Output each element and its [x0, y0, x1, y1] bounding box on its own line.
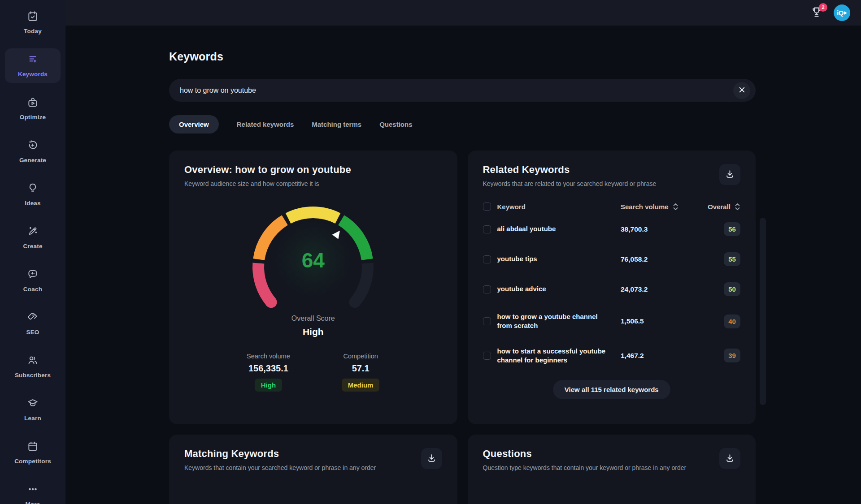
sidebar-item-generate[interactable]: Generate	[5, 134, 61, 169]
overall-score-label: Overall Score	[291, 314, 335, 323]
sidebar-item-competitors[interactable]: Competitors	[5, 435, 61, 470]
competition-stat: Competition 57.1 Medium	[342, 353, 380, 392]
keyword-search-bar	[169, 79, 756, 102]
account-avatar[interactable]: iQ	[834, 4, 850, 21]
video-box-icon	[27, 96, 39, 110]
questions-card-title: Questions	[483, 448, 687, 460]
sidebar-item-label: Subscribers	[15, 372, 51, 379]
tab-overview[interactable]: Overview	[169, 115, 219, 134]
sidebar-item-label: Keywords	[18, 71, 48, 78]
close-icon	[739, 86, 745, 95]
row-checkbox[interactable]	[483, 255, 491, 263]
stat-label: Competition	[343, 353, 378, 360]
board-icon	[27, 440, 39, 454]
search-volume-cell: 24,073.2	[621, 285, 699, 293]
refresh-plus-icon	[27, 139, 39, 153]
row-checkbox[interactable]	[483, 285, 491, 293]
sidebar-item-keywords[interactable]: Keywords	[5, 48, 61, 83]
page-title: Keywords	[169, 50, 756, 63]
people-icon	[27, 354, 39, 368]
sidebar-item-label: Generate	[19, 157, 46, 164]
notification-badge: 2	[819, 3, 827, 12]
main-content: Keywords Overview Related keywords Match…	[65, 26, 861, 504]
download-icon	[427, 453, 436, 464]
pen-sparkle-icon	[27, 225, 39, 239]
table-row[interactable]: how to start a successful youtube channe…	[483, 340, 741, 372]
status-badge: High	[255, 379, 282, 392]
search-volume-cell: 76,058.2	[621, 255, 699, 263]
download-button[interactable]	[719, 164, 740, 185]
search-input[interactable]	[180, 86, 733, 95]
select-all-checkbox[interactable]	[483, 202, 491, 211]
related-card-title: Related Keywords	[483, 164, 657, 176]
keyword-cell: youtube advice	[497, 284, 621, 293]
play-triangle-icon	[844, 11, 847, 15]
download-button[interactable]	[719, 448, 740, 469]
overview-stats: Search volume 156,335.1 High Competition…	[184, 353, 442, 392]
questions-card-subtitle: Question type keywords that contain your…	[483, 464, 687, 471]
sidebar-item-ideas[interactable]: Ideas	[5, 177, 61, 212]
sidebar-item-today[interactable]: Today	[5, 5, 61, 40]
overall-score-badge: 56	[724, 222, 740, 236]
column-header-overall: Overall	[708, 203, 731, 211]
sidebar-item-label: Ideas	[25, 200, 41, 207]
sidebar-item-more[interactable]: More	[5, 478, 61, 504]
overall-score-badge: 55	[724, 252, 740, 266]
sidebar-item-label: Create	[23, 243, 42, 250]
sidebar-item-label: More	[25, 501, 40, 504]
view-all-related-button[interactable]: View all 115 related keywords	[553, 380, 670, 399]
gauge-value: 64	[239, 248, 387, 272]
keyword-cell: youtube tips	[497, 254, 621, 263]
row-checkbox[interactable]	[483, 352, 491, 360]
stat-value: 156,335.1	[248, 363, 288, 374]
keyword-cell: how to grow a youtube channel from scrat…	[497, 312, 621, 331]
search-volume-stat: Search volume 156,335.1 High	[247, 353, 290, 392]
sidebar-item-optimize[interactable]: Optimize	[5, 91, 61, 126]
tab-matching-terms[interactable]: Matching terms	[312, 121, 361, 128]
lightbulb-icon	[27, 182, 39, 196]
tab-questions[interactable]: Questions	[379, 121, 412, 128]
table-row[interactable]: youtube tips 76,058.2 55	[483, 245, 741, 273]
matching-card-title: Matching Keywords	[184, 448, 376, 460]
sort-overall-button[interactable]	[735, 203, 740, 211]
search-volume-cell: 38,700.3	[621, 225, 699, 233]
table-row[interactable]: how to grow a youtube channel from scrat…	[483, 305, 741, 338]
tab-bar: Overview Related keywords Matching terms…	[169, 115, 756, 134]
achievements-button[interactable]: 2	[809, 5, 825, 21]
sidebar-item-create[interactable]: Create	[5, 220, 61, 255]
table-row[interactable]: youtube advice 24,073.2 50	[483, 275, 741, 303]
status-badge: Medium	[342, 379, 380, 392]
download-icon	[725, 453, 735, 464]
column-header-keyword: Keyword	[497, 203, 621, 211]
cards-grid: Overview: how to grow on youtube Keyword…	[169, 151, 756, 504]
sidebar-item-coach[interactable]: Coach	[5, 263, 61, 298]
sidebar-item-label: Optimize	[20, 114, 46, 121]
stat-label: Search volume	[247, 353, 290, 360]
overview-card-subtitle: Keyword audience size and how competitiv…	[184, 180, 351, 187]
overall-score-rating: High	[303, 327, 324, 337]
keyword-cell: how to start a successful youtube channe…	[497, 347, 621, 365]
sidebar-item-subscribers[interactable]: Subscribers	[5, 349, 61, 384]
sidebar-item-label: Coach	[23, 286, 42, 293]
tags-icon	[27, 311, 39, 325]
download-button[interactable]	[421, 448, 442, 469]
sidebar-item-label: Competitors	[14, 458, 51, 465]
topbar: 2 iQ	[65, 0, 861, 26]
related-keywords-card: Related Keywords Keywords that are relat…	[468, 151, 756, 424]
overall-score-badge: 40	[724, 314, 740, 328]
row-checkbox[interactable]	[483, 225, 491, 233]
matching-card-subtitle: Keywords that contain your searched keyw…	[184, 464, 376, 471]
sidebar-item-seo[interactable]: SEO	[5, 306, 61, 341]
overall-score-gauge: 64 Overall Score High	[184, 200, 442, 337]
keyword-cell: ali abdaal youtube	[497, 224, 621, 233]
sort-search-volume-button[interactable]	[673, 203, 678, 211]
row-checkbox[interactable]	[483, 317, 491, 325]
more-dots-icon	[27, 483, 39, 497]
related-table-scrollbar[interactable]	[760, 218, 766, 405]
table-header: Keyword Search volume Overall	[483, 199, 741, 214]
sidebar-item-learn[interactable]: Learn	[5, 392, 61, 427]
search-volume-cell: 1,506.5	[621, 317, 699, 325]
table-row[interactable]: ali abdaal youtube 38,700.3 56	[483, 215, 741, 243]
tab-related-keywords[interactable]: Related keywords	[237, 121, 294, 128]
clear-search-button[interactable]	[733, 82, 750, 99]
